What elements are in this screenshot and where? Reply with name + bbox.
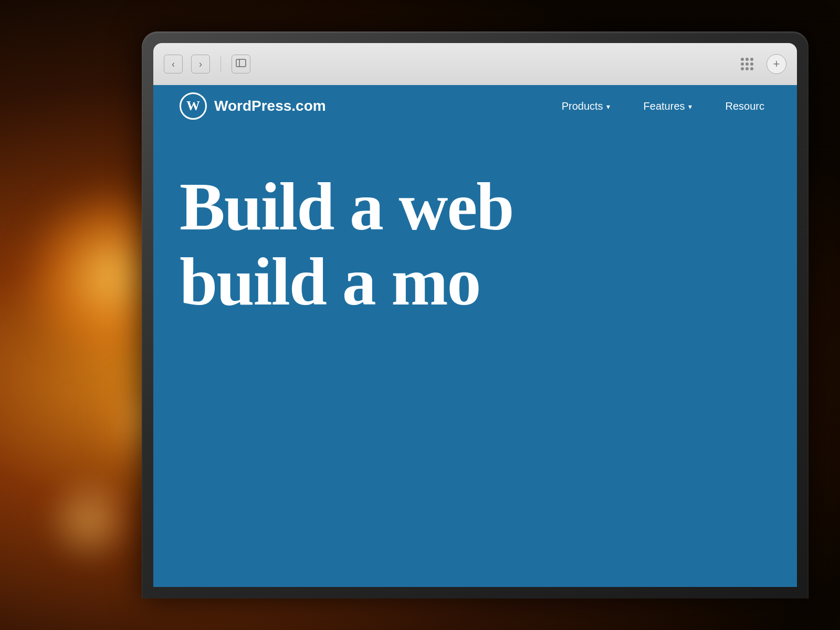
sidebar-icon — [236, 59, 246, 69]
products-chevron-icon: ▾ — [606, 102, 610, 111]
new-tab-button[interactable]: + — [766, 54, 786, 74]
nav-resources[interactable]: Resourc — [719, 96, 771, 117]
plus-icon: + — [773, 57, 780, 71]
sidebar-toggle-button[interactable] — [232, 55, 250, 74]
wp-navbar: W WordPress.com Products ▾ Features ▾ Re… — [153, 85, 797, 127]
nav-products[interactable]: Products ▾ — [555, 96, 616, 117]
wp-logo: W — [180, 92, 207, 120]
screen-bezel: ‹ › — [153, 43, 797, 587]
forward-icon: › — [199, 59, 202, 70]
forward-button[interactable]: › — [191, 55, 210, 74]
svg-rect-0 — [236, 59, 246, 67]
grid-icon — [741, 58, 753, 70]
nav-features-label: Features — [644, 100, 685, 112]
wp-hero-title-line2: build a mo — [180, 244, 771, 319]
nav-products-label: Products — [562, 100, 603, 112]
back-icon: ‹ — [172, 59, 175, 70]
wp-site-name: WordPress.com — [214, 98, 326, 114]
back-button[interactable]: ‹ — [164, 55, 183, 74]
nav-features[interactable]: Features ▾ — [637, 96, 698, 117]
toolbar-divider — [220, 56, 221, 72]
laptop-shell: ‹ › — [142, 32, 808, 598]
browser-chrome: ‹ › — [153, 43, 797, 85]
wp-hero-section: Build a web build a mo — [153, 127, 797, 319]
bokeh-light-3 — [42, 472, 136, 567]
nav-resources-label: Resourc — [726, 100, 764, 112]
wp-logo-text: W — [186, 98, 200, 114]
extensions-button[interactable] — [736, 53, 758, 75]
wp-logo-area[interactable]: W WordPress.com — [180, 92, 326, 120]
wp-hero-title-line1: Build a web — [180, 169, 771, 244]
features-chevron-icon: ▾ — [688, 102, 692, 111]
website-content: W WordPress.com Products ▾ Features ▾ Re… — [153, 85, 797, 587]
